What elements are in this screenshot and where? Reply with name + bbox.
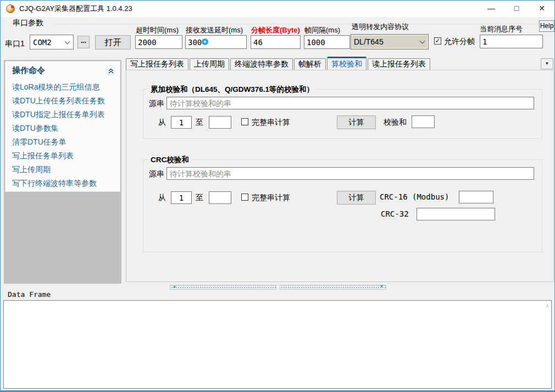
accumulate-checksum-group: 累加校验和（DL645、Q/GDW376.1等的校验和） 源串 从 至 完整串计… xyxy=(143,89,542,139)
crc-from-label: 从 xyxy=(158,193,166,203)
sidebar-item-clear-dtu-tasks[interactable]: 清零DTU任务单 xyxy=(12,135,119,149)
crc-source-string-input[interactable] xyxy=(166,167,534,180)
allow-split-checkbox[interactable]: ✓ xyxy=(434,37,441,45)
frame-length-field-group: 分帧长度(Byte) xyxy=(251,17,301,56)
rx-tx-delay-label: 接收发送延时(ms) xyxy=(186,25,243,35)
operation-commands-title: 操作命令 xyxy=(12,65,45,76)
tab-overflow-button[interactable]: ▼ xyxy=(541,58,553,69)
accumulate-checksum-title: 累加校验和（DL645、Q/GDW376.1等的校验和） xyxy=(148,85,317,95)
timeout-label: 超时时间(ms) xyxy=(136,25,179,35)
chevron-down-icon xyxy=(65,38,70,44)
chevron-down-icon: ▼ xyxy=(545,61,550,66)
serial-params-title: 串口参数 xyxy=(13,18,43,28)
sidebar-item-write-baudrate-params[interactable]: 写下行终端波特率等参数 xyxy=(12,176,119,190)
source-string-label: 源串 xyxy=(149,99,164,109)
checksum-result-label: 校验和 xyxy=(384,118,407,128)
sidebar-item-write-upload-cycle[interactable]: 写上传周期 xyxy=(12,163,119,176)
collapse-panel-button[interactable] xyxy=(106,65,115,75)
splitter-collapse-up[interactable]: ▲ xyxy=(170,285,276,290)
crc-checksum-group: CRC校验和 源串 从 至 完整串计算 计算 CRC-16 (Modbus) C… xyxy=(143,159,542,252)
timeout-input[interactable] xyxy=(135,35,182,49)
window-controls: — □ ✕ xyxy=(479,1,554,17)
sidebar-item-read-dtu-task-count[interactable]: 读DTU上传任务列表任务数 xyxy=(12,94,119,108)
triangle-up-icon: ▲ xyxy=(173,284,176,288)
crc-checksum-title: CRC校验和 xyxy=(148,155,192,165)
frame-gap-input[interactable] xyxy=(304,35,350,49)
tab-strip: 写上报任务列表 上传周期 终端波特率参数 帧解析 算校验和 读上报任务列表 xyxy=(126,57,554,70)
from-input[interactable] xyxy=(171,116,192,129)
triangle-down-icon: ▼ xyxy=(380,284,384,288)
sidebar-item-read-lora-triple[interactable]: 读LoRa模块的三元组信息 xyxy=(12,80,119,94)
full-string-calc-label: 完整串计算 xyxy=(252,118,290,128)
tab-frame-parse[interactable]: 帧解析 xyxy=(294,58,326,70)
tab-checksum[interactable]: 算校验和 xyxy=(327,57,367,70)
tab-write-report-task-list[interactable]: 写上报任务列表 xyxy=(126,58,188,70)
maximize-icon[interactable]: □ xyxy=(504,1,529,17)
frame-gap-label: 帧间隔(ms) xyxy=(304,25,340,35)
splitter-collapse-down[interactable]: ▼ xyxy=(280,285,386,290)
timeout-field-group: 超时时间(ms) xyxy=(135,17,182,56)
app-icon xyxy=(6,4,15,13)
serial-params-groupline xyxy=(56,24,551,24)
crc32-input[interactable] xyxy=(417,208,495,220)
app-window: CJQ-G2AY采集器配置工具 1.0.4.23 — □ ✕ 串口参数 串口1 … xyxy=(0,0,555,392)
crc32-label: CRC-32 xyxy=(381,209,409,218)
protocol-select[interactable]: DL/T645 xyxy=(351,34,429,49)
window-title: CJQ-G2AY采集器配置工具 1.0.4.23 xyxy=(19,1,132,17)
crc-to-input[interactable] xyxy=(209,191,231,204)
com-port-value: COM2 xyxy=(33,38,52,47)
operation-commands-panel: 操作命令 读LoRa模块的三元组信息 读DTU上传任务列表任务数 读DTU指定上… xyxy=(4,60,121,284)
crc-from-input[interactable] xyxy=(171,191,192,204)
sidebar-item-read-dtu-params[interactable]: 读DTU参数集 xyxy=(12,122,119,135)
crc16-input[interactable] xyxy=(459,191,493,203)
com-port-select[interactable]: COM2 xyxy=(30,35,74,49)
minimize-icon[interactable]: — xyxy=(479,1,504,17)
data-frame-label: Data Frame xyxy=(8,290,51,299)
touch-pointer-indicator xyxy=(202,38,208,45)
chevron-down-icon xyxy=(420,38,425,44)
chevron-double-up-icon xyxy=(108,68,114,74)
source-string-input[interactable] xyxy=(166,97,534,109)
crc-full-string-calc-checkbox[interactable] xyxy=(241,194,248,201)
crc-source-string-label: 源串 xyxy=(149,169,164,179)
close-icon[interactable]: ✕ xyxy=(529,1,554,17)
rx-tx-delay-field-group: 接收发送延时(ms) xyxy=(185,17,247,56)
to-input[interactable] xyxy=(209,116,231,129)
tab-terminal-baudrate[interactable]: 终端波特率参数 xyxy=(230,58,293,70)
open-port-button[interactable]: 打开 xyxy=(95,35,131,49)
scroll-up-icon: ∧ xyxy=(545,302,550,310)
browse-ports-button[interactable]: ... xyxy=(77,36,90,48)
check-icon: ✓ xyxy=(435,37,440,45)
calculate-button[interactable]: 计算 xyxy=(337,115,376,129)
frame-length-input[interactable] xyxy=(251,35,301,49)
to-label: 至 xyxy=(196,118,203,128)
checksum-result-input[interactable] xyxy=(412,115,435,128)
operation-commands-list: 读LoRa模块的三元组信息 读DTU上传任务列表任务数 读DTU指定上报任务单列… xyxy=(12,80,119,190)
port-label: 串口1 xyxy=(5,39,25,49)
frame-gap-field-group: 帧间隔(ms) xyxy=(304,17,350,56)
rx-tx-delay-input[interactable] xyxy=(185,35,247,49)
protocol-value: DL/T645 xyxy=(354,37,384,46)
data-frame-textarea[interactable]: ∧ xyxy=(3,300,552,389)
crc-to-label: 至 xyxy=(196,193,203,203)
serial-params-section: 串口参数 串口1 COM2 ... 打开 超时时间(ms) 接收发送延时(ms)… xyxy=(1,17,554,56)
protocol-label: 透明转发内容协议 xyxy=(352,22,409,32)
from-label: 从 xyxy=(158,118,166,128)
full-string-calc-checkbox[interactable] xyxy=(241,118,248,125)
sidebar-item-read-dtu-task-list[interactable]: 读DTU指定上报任务单列表 xyxy=(12,108,119,122)
frame-length-label: 分帧长度(Byte) xyxy=(251,25,300,35)
title-bar: CJQ-G2AY采集器配置工具 1.0.4.23 — □ ✕ xyxy=(1,1,554,17)
main-tab-area: 写上报任务列表 上传周期 终端波特率参数 帧解析 算校验和 读上报任务列表 ▼ … xyxy=(126,57,554,282)
help-button[interactable]: Help xyxy=(539,20,554,32)
crc16-label: CRC-16 (Modbus) xyxy=(380,192,449,201)
crc-calculate-button[interactable]: 计算 xyxy=(337,191,376,205)
allow-split-label: 允许分帧 xyxy=(444,37,475,47)
crc-full-string-calc-label: 完整串计算 xyxy=(252,193,290,203)
checksum-tab-panel: 累加校验和（DL645、Q/GDW376.1等的校验和） 源串 从 至 完整串计… xyxy=(126,70,554,282)
tab-read-report-task-list[interactable]: 读上报任务列表 xyxy=(368,58,430,70)
tab-upload-cycle[interactable]: 上传周期 xyxy=(190,58,229,70)
message-seq-input[interactable] xyxy=(480,35,543,48)
sidebar-item-write-task-list[interactable]: 写上报任务单列表 xyxy=(12,149,119,163)
operation-commands-card: 操作命令 读LoRa模块的三元组信息 读DTU上传任务列表任务数 读DTU指定上… xyxy=(5,61,120,192)
message-seq-label: 当前消息序号 xyxy=(480,24,523,34)
